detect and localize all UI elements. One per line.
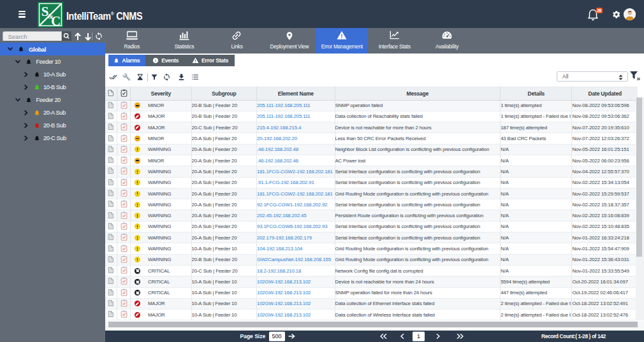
svg-text:»: »: [636, 75, 640, 82]
svg-text:C: C: [51, 13, 61, 27]
